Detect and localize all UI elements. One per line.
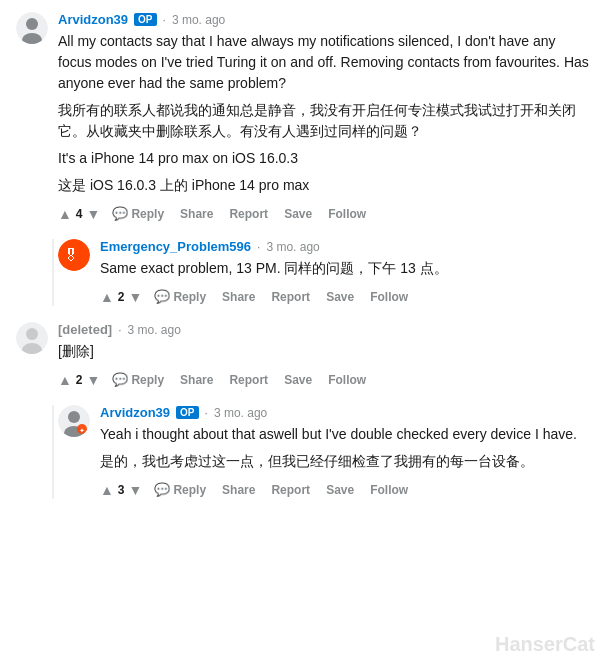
username[interactable]: Arvidzon39: [58, 12, 128, 27]
reply-icon: 💬: [154, 289, 170, 304]
vote-group: ▲ 3 ▼: [100, 482, 142, 498]
svg-point-6: [26, 328, 38, 340]
comment-paragraph-cn: 我所有的联系人都说我的通知总是静音，我没有开启任何专注模式我试过打开和关闭它。从…: [58, 100, 589, 142]
report-button[interactable]: Report: [267, 481, 314, 499]
comment-body: Arvidzon39 OP · 3 mo. ago All my contact…: [58, 12, 589, 223]
vote-group: ▲ 2 ▼: [58, 372, 100, 388]
action-bar: ▲ 3 ▼ 💬 Reply Share Report Save Follow: [100, 480, 589, 499]
avatar: [16, 322, 48, 354]
vote-count: 2: [118, 290, 125, 304]
report-button[interactable]: Report: [267, 288, 314, 306]
comment-header: Arvidzon39 OP · 3 mo. ago: [58, 12, 589, 27]
vote-count: 4: [76, 207, 83, 221]
timestamp: ·: [205, 406, 208, 420]
report-button[interactable]: Report: [225, 205, 272, 223]
reply-button[interactable]: 💬 Reply: [150, 480, 210, 499]
comment-thread: Arvidzon39 OP · 3 mo. ago All my contact…: [0, 0, 605, 527]
comment-paragraph: [删除]: [58, 341, 589, 362]
comment-paragraph: Same exact problem, 13 PM. 同样的问题，下午 13 点…: [100, 258, 589, 279]
avatar: ✦: [58, 405, 90, 437]
timestamp: ·: [257, 240, 260, 254]
timestamp: 3 mo. ago: [214, 406, 267, 420]
svg-point-1: [26, 18, 38, 30]
username: [deleted]: [58, 322, 112, 337]
comment-item-indented: 🎖 Emergency_Problem596 · 3 mo. ago Same …: [52, 239, 589, 306]
reply-button[interactable]: 💬 Reply: [108, 370, 168, 389]
avatar: [16, 12, 48, 44]
svg-text:🎖: 🎖: [63, 247, 79, 264]
comment-item-indented: ✦ Arvidzon39 OP · 3 mo. ago Yeah i thoug…: [52, 405, 589, 499]
upvote-button[interactable]: ▲: [58, 372, 72, 388]
follow-button[interactable]: Follow: [366, 288, 412, 306]
comment-body: [deleted] · 3 mo. ago [删除] ▲ 2 ▼ 💬 Reply…: [58, 322, 589, 389]
save-button[interactable]: Save: [322, 481, 358, 499]
downvote-button[interactable]: ▼: [87, 206, 101, 222]
comment-body: Emergency_Problem596 · 3 mo. ago Same ex…: [100, 239, 589, 306]
share-button[interactable]: Share: [176, 205, 217, 223]
comment-text: [删除]: [58, 341, 589, 362]
svg-point-9: [68, 411, 80, 423]
comment-paragraph-cn: 是的，我也考虑过这一点，但我已经仔细检查了我拥有的每一台设备。: [100, 451, 589, 472]
action-bar: ▲ 2 ▼ 💬 Reply Share Report Save Follow: [100, 287, 589, 306]
action-bar: ▲ 4 ▼ 💬 Reply Share Report Save Follow: [58, 204, 589, 223]
avatar: 🎖: [58, 239, 90, 271]
timestamp: ·: [163, 13, 166, 27]
reply-label: Reply: [173, 290, 206, 304]
share-button[interactable]: Share: [218, 288, 259, 306]
downvote-button[interactable]: ▼: [87, 372, 101, 388]
reply-icon: 💬: [154, 482, 170, 497]
comment-text: All my contacts say that I have always m…: [58, 31, 589, 196]
comment-paragraph-cn-2: 这是 iOS 16.0.3 上的 iPhone 14 pro max: [58, 175, 589, 196]
comment-item: [deleted] · 3 mo. ago [删除] ▲ 2 ▼ 💬 Reply…: [16, 322, 589, 389]
comment-paragraph-2: It's a iPhone 14 pro max on iOS 16.0.3: [58, 148, 589, 169]
timestamp: 3 mo. ago: [128, 323, 181, 337]
comment-header: Arvidzon39 OP · 3 mo. ago: [100, 405, 589, 420]
op-badge: OP: [134, 13, 156, 26]
share-button[interactable]: Share: [218, 481, 259, 499]
reply-label: Reply: [131, 207, 164, 221]
share-button[interactable]: Share: [176, 371, 217, 389]
reply-label: Reply: [131, 373, 164, 387]
reply-icon: 💬: [112, 206, 128, 221]
comment-paragraph: All my contacts say that I have always m…: [58, 31, 589, 94]
vote-group: ▲ 2 ▼: [100, 289, 142, 305]
comment-text: Yeah i thought about that aswell but I'v…: [100, 424, 589, 472]
username[interactable]: Arvidzon39: [100, 405, 170, 420]
upvote-button[interactable]: ▲: [58, 206, 72, 222]
follow-button[interactable]: Follow: [366, 481, 412, 499]
timestamp: 3 mo. ago: [266, 240, 319, 254]
reply-label: Reply: [173, 483, 206, 497]
comment-paragraph: Yeah i thought about that aswell but I'v…: [100, 424, 589, 445]
comment-body: Arvidzon39 OP · 3 mo. ago Yeah i thought…: [100, 405, 589, 499]
action-bar: ▲ 2 ▼ 💬 Reply Share Report Save Follow: [58, 370, 589, 389]
follow-button[interactable]: Follow: [324, 371, 370, 389]
reply-button[interactable]: 💬 Reply: [108, 204, 168, 223]
save-button[interactable]: Save: [280, 371, 316, 389]
comment-header: [deleted] · 3 mo. ago: [58, 322, 589, 337]
comment-item: Arvidzon39 OP · 3 mo. ago All my contact…: [16, 12, 589, 223]
report-button[interactable]: Report: [225, 371, 272, 389]
downvote-button[interactable]: ▼: [129, 289, 143, 305]
vote-count: 2: [76, 373, 83, 387]
upvote-button[interactable]: ▲: [100, 482, 114, 498]
downvote-button[interactable]: ▼: [129, 482, 143, 498]
comment-header: Emergency_Problem596 · 3 mo. ago: [100, 239, 589, 254]
timestamp: 3 mo. ago: [172, 13, 225, 27]
follow-button[interactable]: Follow: [324, 205, 370, 223]
username[interactable]: Emergency_Problem596: [100, 239, 251, 254]
upvote-button[interactable]: ▲: [100, 289, 114, 305]
save-button[interactable]: Save: [322, 288, 358, 306]
vote-count: 3: [118, 483, 125, 497]
timestamp: ·: [118, 323, 121, 337]
save-button[interactable]: Save: [280, 205, 316, 223]
reply-button[interactable]: 💬 Reply: [150, 287, 210, 306]
reply-icon: 💬: [112, 372, 128, 387]
svg-text:✦: ✦: [79, 427, 85, 434]
op-badge: OP: [176, 406, 198, 419]
comment-text: Same exact problem, 13 PM. 同样的问题，下午 13 点…: [100, 258, 589, 279]
vote-group: ▲ 4 ▼: [58, 206, 100, 222]
